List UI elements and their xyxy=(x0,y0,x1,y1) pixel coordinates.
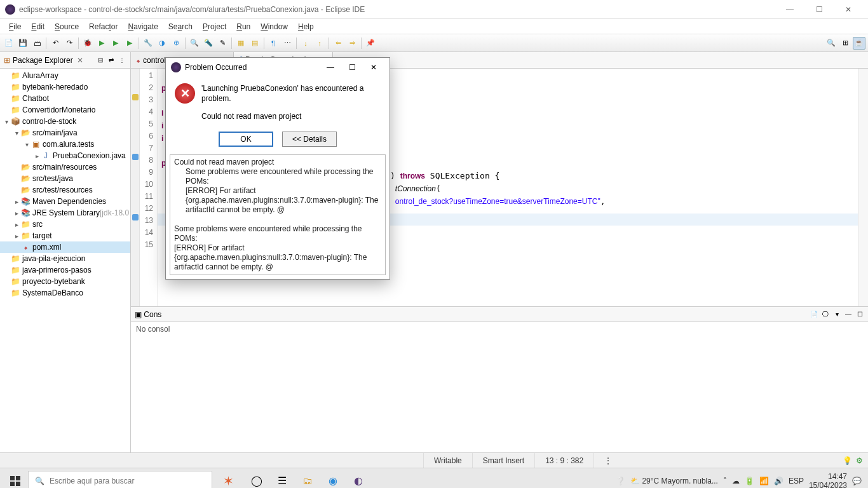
start-button[interactable] xyxy=(3,471,28,489)
undo-icon[interactable]: ↶ xyxy=(49,37,62,50)
run-button[interactable]: ▶ xyxy=(95,37,108,50)
taskbar-edge-icon[interactable]: ◉ xyxy=(320,471,346,489)
wifi-icon[interactable]: 📶 xyxy=(759,477,769,485)
toggle-mark-button[interactable]: ✎ xyxy=(216,37,229,50)
console-max-icon[interactable]: ☐ xyxy=(855,310,864,319)
dialog-close-button[interactable]: ✕ xyxy=(363,58,384,76)
toggle-block-button[interactable]: ▤ xyxy=(248,37,261,50)
tree-item[interactable]: 📂src/test/java xyxy=(0,173,130,184)
console-menu-icon[interactable]: ▾ xyxy=(832,310,841,319)
new-class-button[interactable]: ◑ xyxy=(156,37,168,50)
window-maximize-button[interactable]: ☐ xyxy=(804,0,834,19)
notifications-icon[interactable]: 💬 xyxy=(852,477,862,485)
tree-item[interactable]: ▾📦control-de-stock xyxy=(0,116,130,127)
menu-refactor[interactable]: Refactor xyxy=(84,21,123,32)
coverage-button[interactable]: ▶ xyxy=(123,37,136,50)
redo-icon[interactable]: ↷ xyxy=(63,37,76,50)
ok-button[interactable]: OK xyxy=(219,132,273,147)
menu-navigate[interactable]: Navigate xyxy=(123,21,163,32)
tree-item[interactable]: 📂src/main/resources xyxy=(0,161,130,173)
onedrive-icon[interactable]: ☁ xyxy=(732,477,740,485)
close-icon[interactable]: ✕ xyxy=(77,56,83,65)
tip-icon[interactable]: 💡 xyxy=(843,456,852,465)
tree-item[interactable]: ▾📂src/main/java xyxy=(0,127,130,139)
search-button[interactable]: 🔦 xyxy=(202,37,215,50)
dialog-details-text[interactable]: Could not read maven projectSome problem… xyxy=(170,154,386,275)
forward-button[interactable]: ⇒ xyxy=(346,37,358,50)
toggle-breadcrumb-button[interactable]: ▦ xyxy=(234,37,247,50)
task-view-button[interactable]: ◯ xyxy=(244,471,269,489)
taskbar-clock[interactable]: 14:47 15/04/2023 xyxy=(809,472,847,489)
tree-item[interactable]: ▸📚Maven Dependencies xyxy=(0,196,130,207)
open-type-button[interactable]: 🔍 xyxy=(188,37,201,50)
java-perspective-button[interactable]: ☕ xyxy=(853,37,865,50)
dialog-titlebar[interactable]: Problem Occurred — ☐ ✕ xyxy=(166,58,390,77)
window-close-button[interactable]: ✕ xyxy=(834,0,863,19)
taskbar-eclipse-icon[interactable]: ◐ xyxy=(346,471,371,489)
collapse-all-icon[interactable]: ⊟ xyxy=(96,56,105,65)
tree-item[interactable]: 📁ConvertidorMonetario xyxy=(0,104,130,116)
package-explorer-tab[interactable]: ⊞ Package Explorer ✕ ⊟ ⇄ ⋮ xyxy=(0,52,130,69)
tree-item[interactable]: 📁java-pila-ejecucion xyxy=(0,253,130,264)
debug-button[interactable]: 🐞 xyxy=(81,37,94,50)
details-button[interactable]: << Details xyxy=(282,132,337,147)
updates-icon[interactable]: ⚙ xyxy=(856,456,863,465)
menu-help[interactable]: Help xyxy=(293,21,319,32)
tree-item[interactable]: ▾▣com.alura.tests xyxy=(0,139,130,150)
menu-search[interactable]: Search xyxy=(163,21,198,32)
tree-item[interactable]: 📁SystemaDeBanco xyxy=(0,287,130,299)
back-button[interactable]: ⇐ xyxy=(332,37,344,50)
save-button[interactable]: 💾 xyxy=(17,37,29,50)
tree-item[interactable]: ▸JPruebaConexion.java xyxy=(0,150,130,161)
status-menu[interactable]: ⋮ xyxy=(593,453,622,468)
console-display-icon[interactable]: 🖵 xyxy=(821,310,830,319)
tree-item[interactable]: 📁AluraArray xyxy=(0,70,130,81)
tree-item[interactable]: 📁Chatbot xyxy=(0,93,130,104)
tree-item[interactable]: ⬥pom.xml xyxy=(0,241,130,253)
battery-icon[interactable]: 🔋 xyxy=(745,477,754,485)
menu-window[interactable]: Window xyxy=(255,21,293,32)
volume-icon[interactable]: 🔊 xyxy=(774,477,783,485)
dialog-minimize-button[interactable]: — xyxy=(320,58,341,76)
save-all-button[interactable]: 🗃 xyxy=(31,37,43,50)
tray-expand-icon[interactable]: ˄ xyxy=(723,477,727,485)
console-min-icon[interactable]: — xyxy=(844,310,853,319)
ext-tools-button[interactable]: 🔧 xyxy=(142,37,154,50)
show-whitespace-button[interactable]: ⋯ xyxy=(281,37,294,50)
window-minimize-button[interactable]: — xyxy=(775,0,804,19)
weather-widget[interactable]: ⛅ 29°C Mayorm. nubla... xyxy=(630,477,718,485)
menu-source[interactable]: Source xyxy=(50,21,84,32)
tree-item[interactable]: 📁bytebank-heredado xyxy=(0,81,130,93)
taskbar-explorer-icon[interactable]: 🗂 xyxy=(295,471,320,489)
task-widgets-button[interactable]: ☰ xyxy=(269,471,295,489)
dialog-maximize-button[interactable]: ☐ xyxy=(341,58,363,76)
error-icon: ✕ xyxy=(175,83,195,104)
new-button[interactable]: 📄 xyxy=(3,37,15,50)
prev-annotation-button[interactable]: ↑ xyxy=(313,37,326,50)
taskbar-search[interactable]: 🔍 Escribe aquí para buscar xyxy=(28,471,212,489)
tree-item[interactable]: ▸📁target xyxy=(0,230,130,241)
new-package-button[interactable]: ⊕ xyxy=(170,37,182,50)
tree-item[interactable]: ▸📚JRE System Library [jdk-18.0 xyxy=(0,207,130,219)
console-pin-icon[interactable]: 📄 xyxy=(810,310,818,319)
tree-item[interactable]: 📂src/test/resources xyxy=(0,184,130,196)
help-icon[interactable]: ❔ xyxy=(616,477,625,485)
console-tab[interactable]: ▣ Cons xyxy=(135,310,161,319)
open-perspective-button[interactable]: ⊞ xyxy=(839,37,851,50)
tree-item[interactable]: 📁java-primeros-pasos xyxy=(0,264,130,276)
project-tree[interactable]: 📁AluraArray📁bytebank-heredado📁Chatbot📁Co… xyxy=(0,69,130,452)
menu-run[interactable]: Run xyxy=(231,21,255,32)
menu-project[interactable]: Project xyxy=(198,21,231,32)
link-editor-icon[interactable]: ⇄ xyxy=(107,56,116,65)
menu-file[interactable]: File xyxy=(4,21,26,32)
quick-access-button[interactable]: 🔍 xyxy=(825,37,837,50)
menu-edit[interactable]: Edit xyxy=(26,21,50,32)
pin-button[interactable]: ¶ xyxy=(267,37,280,50)
run-last-button[interactable]: ▶ xyxy=(109,37,122,50)
tree-item[interactable]: 📁proyecto-bytebank xyxy=(0,276,130,287)
next-annotation-button[interactable]: ↓ xyxy=(299,37,312,50)
tree-item[interactable]: ▸📁src xyxy=(0,219,130,230)
language-indicator[interactable]: ESP xyxy=(789,477,804,485)
pin-editor-button[interactable]: 📌 xyxy=(364,37,377,50)
view-menu-icon[interactable]: ⋮ xyxy=(118,56,126,65)
